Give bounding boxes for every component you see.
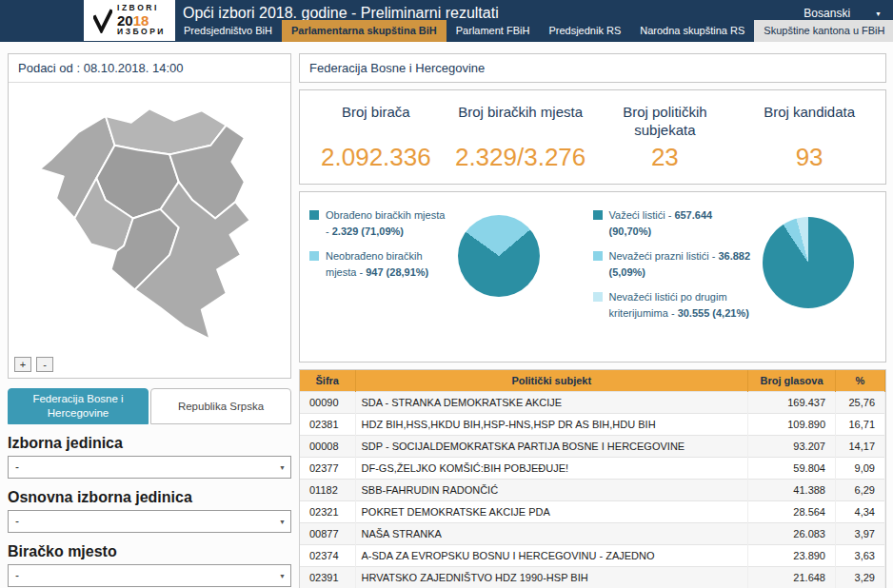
stat-broj-biraca: Broj birača 2.092.336	[304, 104, 448, 172]
tab-skupstine-kantona-fbih[interactable]: Skupštine kantona u FBiH	[754, 20, 893, 42]
cell-pct: 14,17	[836, 436, 885, 458]
legend-item: Važeći listići - 657.644 (90,70%)	[593, 207, 753, 239]
legend-item: Nevažeći prazni listići - 36.882 (5,09%)	[593, 248, 753, 280]
cell-subjekt: A-SDA ZA EVROPSKU BOSNU I HERCEGOVINU - …	[355, 545, 748, 567]
pie-group-biracka-mjesta: Obrađeno biračkih mjesta - 2.329 (71,09%…	[309, 204, 593, 350]
col-header-subjekt[interactable]: Politički subjekt	[355, 370, 748, 392]
cell-subjekt: DF-GS,ŽELJKO KOMŠIĆ:BIH POBJEĐUJE!	[355, 458, 748, 480]
zoom-out-button[interactable]: -	[36, 357, 53, 372]
tab-parlament-fbih[interactable]: Parlament FBiH	[446, 20, 540, 42]
logo-text-bottom: ИЗБОРИ	[117, 28, 166, 37]
cell-sifra: 01182	[300, 480, 355, 501]
sidebar: Podaci od : 08.10.2018. 14:00 + -	[8, 53, 291, 587]
bih-map-svg	[12, 87, 287, 374]
cell-pct: 3,29	[836, 567, 885, 588]
cell-pct: 3,63	[836, 545, 885, 567]
tab-parlamentarna-skupstina-bih[interactable]: Parlamentarna skupština BiH	[282, 20, 446, 42]
legend-item: Nevažeći listići po drugim kriterijumima…	[593, 289, 753, 321]
cell-sifra: 00877	[300, 523, 355, 545]
header: IZBORI 2018 ИЗБОРИ Opći izbori 2018. god…	[0, 0, 893, 42]
select-izborna-jedinica[interactable]: - ▼	[8, 456, 291, 479]
legend-item: Obrađeno biračkih mjesta - 2.329 (71,09%…	[309, 207, 448, 239]
cell-subjekt: HDZ BIH,HSS,HKDU BIH,HSP-HNS,HSP DR AS B…	[355, 414, 748, 436]
cell-sifra: 02377	[300, 458, 355, 480]
stat-broj-politickih-subjekata: Broj političkih subjekata 23	[593, 104, 738, 172]
filter-label-izborna-jedinica: Izborna jedinica	[8, 435, 291, 452]
cell-sifra: 02321	[300, 501, 355, 523]
entity-tab-republika-srpska[interactable]: Republika Srpska	[150, 388, 291, 424]
filter-label-osnovna-izborna-jedinica: Osnovna izborna jedinica	[8, 489, 291, 506]
logo: IZBORI 2018 ИЗБОРИ	[84, 0, 175, 41]
table-row[interactable]: 00008 SDP - SOCIJALDEMOKRATSKA PARTIJA B…	[300, 436, 885, 458]
map-panel: Podaci od : 08.10.2018. 14:00 + -	[8, 53, 291, 379]
table-header-row: Šifra Politički subjekt Broj glasova %	[300, 370, 885, 392]
col-header-broj-glasova[interactable]: Broj glasova	[748, 370, 836, 392]
col-header-sifra[interactable]: Šifra	[300, 370, 355, 392]
select-osnovna-izborna-jedinica[interactable]: - ▼	[8, 510, 291, 533]
legend-swatch	[309, 210, 319, 220]
tab-predsjednistvo-bih[interactable]: Predsjedništvo BiH	[174, 20, 282, 42]
pie-chart-listici	[763, 217, 854, 308]
stats-panel: Broj birača 2.092.336 Broj biračkih mjes…	[299, 89, 886, 185]
cell-sifra: 02374	[300, 545, 355, 567]
legend-listici: Važeći listići - 657.644 (90,70%) Nevaže…	[593, 204, 753, 350]
map-zoom-controls: + -	[14, 357, 53, 372]
zoom-in-button[interactable]: +	[14, 357, 31, 372]
legend-swatch	[593, 210, 603, 220]
table-row[interactable]: 02374 A-SDA ZA EVROPSKU BOSNU I HERCEGOV…	[300, 545, 885, 567]
chevron-down-icon: ▼	[279, 519, 286, 525]
legend-item: Neobrađeno biračkih mjesta - 947 (28,91%…	[309, 248, 448, 280]
charts-panel: Obrađeno biračkih mjesta - 2.329 (71,09%…	[299, 191, 886, 363]
tab-narodna-skupstina-rs[interactable]: Narodna skupština RS	[630, 20, 754, 42]
region-title: Federacija Bosne i Hercegovine	[299, 53, 886, 83]
table-row[interactable]: 00090 SDA - STRANKA DEMOKRATSKE AKCIJE 1…	[300, 392, 885, 414]
filter-label-biracko-mjesto: Biračko mjesto	[8, 543, 291, 560]
table-row[interactable]: 02377 DF-GS,ŽELJKO KOMŠIĆ:BIH POBJEĐUJE!…	[300, 458, 885, 480]
col-header-pct[interactable]: %	[836, 370, 885, 392]
cell-subjekt: SDP - SOCIJALDEMOKRATSKA PARTIJA BOSNE I…	[355, 436, 748, 458]
select-value: -	[15, 461, 19, 474]
cell-subjekt: POKRET DEMOKRATSKE AKCIJE PDA	[355, 501, 748, 523]
cell-sifra: 02391	[300, 567, 355, 588]
logo-text: IZBORI 2018 ИЗБОРИ	[117, 4, 166, 37]
cell-glasovi: 28.564	[748, 501, 836, 523]
cell-glasovi: 23.890	[748, 545, 836, 567]
pie-group-listici: Važeći listići - 657.644 (90,70%) Nevaže…	[593, 204, 877, 350]
cell-subjekt: HRVATSKO ZAJEDNIŠTVO HDZ 1990-HSP BIH	[355, 567, 748, 588]
cell-pct: 3,97	[836, 523, 885, 545]
cell-subjekt: NAŠA STRANKA	[355, 523, 748, 545]
page: IZBORI 2018 ИЗБОРИ Opći izbori 2018. god…	[0, 0, 893, 588]
table-row[interactable]: 02321 POKRET DEMOKRATSKE AKCIJE PDA 28.5…	[300, 501, 885, 523]
results-table: Šifra Politički subjekt Broj glasova % 0…	[300, 370, 885, 588]
cell-pct: 25,76	[836, 392, 885, 414]
cell-sifra: 00090	[300, 392, 355, 414]
stat-broj-kandidata: Broj kandidata 93	[737, 104, 882, 172]
legend-swatch	[309, 251, 319, 261]
legend-label: Nevažeći prazni listići - 36.882 (5,09%)	[609, 248, 753, 280]
language-selector[interactable]: Bosanski ▼	[804, 7, 882, 20]
select-value: -	[15, 569, 19, 582]
chevron-down-icon: ▼	[279, 464, 286, 471]
table-row[interactable]: 02391 HRVATSKO ZAJEDNIŠTVO HDZ 1990-HSP …	[300, 567, 885, 588]
table-row[interactable]: 02381 HDZ BIH,HSS,HKDU BIH,HSP-HNS,HSP D…	[300, 414, 885, 436]
table-row[interactable]: 01182 SBB-FAHRUDIN RADONČIĆ 41.388 6,29	[300, 480, 885, 501]
cell-pct: 6,29	[836, 480, 885, 501]
bih-map[interactable]: + -	[9, 83, 290, 378]
cell-subjekt: SBB-FAHRUDIN RADONČIĆ	[355, 480, 748, 501]
table-row[interactable]: 00877 NAŠA STRANKA 26.083 3,97	[300, 523, 885, 545]
select-biracko-mjesto[interactable]: - ▼	[8, 564, 291, 587]
legend-label: Nevažeći listići po drugim kriterijumima…	[609, 289, 753, 321]
cell-glasovi: 169.437	[748, 392, 836, 414]
legend-swatch	[593, 251, 603, 261]
pie-chart-biracka-mjesta	[458, 215, 540, 297]
entity-tab-federacija-bih[interactable]: Federacija Bosne i Hercegovine	[8, 388, 149, 424]
cell-glasovi: 93.207	[748, 436, 836, 458]
tab-predsjednik-rs[interactable]: Predsjednik RS	[539, 20, 630, 42]
cell-glasovi: 21.648	[748, 567, 836, 588]
chevron-down-icon: ▼	[875, 10, 882, 17]
language-label: Bosanski	[804, 7, 850, 20]
cell-pct: 4,34	[836, 501, 885, 523]
legend-biracka-mjesta: Obrađeno biračkih mjesta - 2.329 (71,09%…	[309, 204, 448, 350]
legend-swatch	[593, 292, 603, 302]
logo-year: 2018	[117, 13, 149, 28]
